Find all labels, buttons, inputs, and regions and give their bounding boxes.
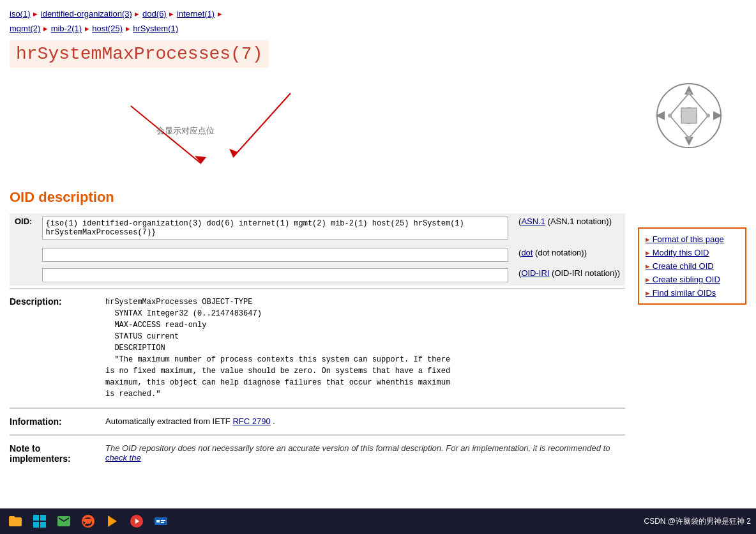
breadcrumb-host[interactable]: host(25) bbox=[92, 24, 123, 33]
action-box: Format of this page Modify this OID Crea… bbox=[638, 227, 746, 305]
note-label-text1: Note to bbox=[10, 443, 40, 454]
annotation-arrows bbox=[10, 80, 405, 195]
note-label: Note to implementers: bbox=[10, 443, 93, 464]
information-suffix: . bbox=[273, 416, 275, 426]
svg-point-13 bbox=[687, 136, 691, 140]
breadcrumb-dod[interactable]: dod(6) bbox=[142, 9, 167, 19]
right-sidebar: Format of this page Modify this OID Crea… bbox=[638, 80, 746, 471]
check-the-link[interactable]: check the bbox=[105, 453, 141, 462]
asn1-label-text: (ASN.1 notation) bbox=[548, 217, 609, 226]
rfc2790-link[interactable]: RFC 2790 bbox=[232, 416, 270, 426]
description-pre: hrSystemMaxProcesses OBJECT-TYPE SYNTAX … bbox=[105, 296, 625, 400]
svg-rect-25 bbox=[156, 520, 160, 523]
breadcrumb-iso[interactable]: iso(1) bbox=[10, 9, 31, 19]
taskbar-vpn-icon[interactable] bbox=[151, 511, 171, 531]
svg-rect-16 bbox=[33, 515, 39, 521]
dot-label-text: (dot notation) bbox=[535, 248, 584, 257]
nav-svg bbox=[638, 80, 740, 151]
svg-rect-18 bbox=[33, 522, 39, 528]
breadcrumb-mgmt[interactable]: mgmt(2) bbox=[10, 24, 40, 33]
sep2: ▸ bbox=[135, 9, 142, 19]
dot-notation-cell: (dot (dot notation)) bbox=[513, 245, 625, 265]
create-child-oid-link[interactable]: Create child OID bbox=[646, 259, 739, 273]
description-section: Description: hrSystemMaxProcesses OBJECT… bbox=[10, 288, 625, 408]
asn1-notation-cell: (ASN.1 (ASN.1 notation)) bbox=[513, 213, 625, 245]
breadcrumb: iso(1) ▸ identified-organization(3) ▸ do… bbox=[10, 6, 746, 36]
oid-iri-label-empty bbox=[10, 265, 37, 286]
sep7: ▸ bbox=[126, 24, 133, 33]
information-text: Automatically extracted from IETF bbox=[105, 416, 232, 426]
iri-label-text: (OID-IRI notation) bbox=[552, 268, 617, 278]
description-label: Description: bbox=[10, 296, 93, 400]
breadcrumb-hrsystem[interactable]: hrSystem(1) bbox=[133, 24, 178, 33]
information-section: Information: Automatically extracted fro… bbox=[10, 408, 625, 434]
taskbar-windows-icon[interactable] bbox=[29, 511, 50, 531]
taskbar-chrome-icon[interactable] bbox=[78, 511, 98, 531]
create-sibling-oid-link[interactable]: Create sibling OID bbox=[646, 273, 739, 286]
oid-dot-label-empty bbox=[10, 245, 37, 265]
svg-marker-1 bbox=[195, 156, 206, 164]
svg-rect-26 bbox=[161, 520, 165, 521]
asn1-notation-link[interactable]: ASN.1 bbox=[521, 217, 545, 226]
annotation-text: 会显示对应点位 bbox=[156, 125, 215, 137]
breadcrumb-identified-org[interactable]: identified-organization(3) bbox=[41, 9, 132, 19]
oid-iri-notation-cell: (OID-IRI (OID-IRI notation)) bbox=[513, 265, 625, 286]
format-page-link[interactable]: Format of this page bbox=[646, 233, 739, 246]
svg-line-2 bbox=[233, 93, 291, 157]
oid-iri-notation-link[interactable]: OID-IRI bbox=[521, 268, 549, 278]
taskbar-play-icon[interactable] bbox=[102, 511, 123, 531]
note-text: The OID repository does not necessarily … bbox=[105, 443, 610, 453]
svg-rect-19 bbox=[40, 522, 46, 528]
breadcrumb-mib2[interactable]: mib-2(1) bbox=[51, 24, 82, 33]
breadcrumb-internet[interactable]: internet(1) bbox=[177, 9, 215, 19]
oid-title: hrSystemMaxProcesses(7) bbox=[10, 40, 269, 68]
oid-iri-input[interactable]: /ISO/Identified-Organization/6/1/2/1/25/… bbox=[42, 268, 508, 282]
oid-dot-cell: 1.3.6.1.2.1.25.1.7 bbox=[37, 245, 513, 265]
information-label: Information: bbox=[10, 416, 93, 427]
oid-description-heading: OID description bbox=[10, 189, 625, 206]
svg-point-14 bbox=[668, 114, 672, 118]
sep4: ▸ bbox=[218, 9, 222, 19]
modify-oid-link[interactable]: Modify this OID bbox=[646, 246, 739, 259]
taskbar-mail-icon[interactable] bbox=[54, 511, 74, 531]
svg-rect-11 bbox=[681, 108, 697, 123]
information-value: Automatically extracted from IETF RFC 27… bbox=[105, 416, 625, 427]
oid-dot-input[interactable]: 1.3.6.1.2.1.25.1.7 bbox=[42, 248, 508, 262]
nav-widget bbox=[638, 80, 740, 151]
description-value: hrSystemMaxProcesses OBJECT-TYPE SYNTAX … bbox=[105, 296, 625, 400]
oid-asn1-cell: {iso(1) identified-organization(3) dod(6… bbox=[37, 213, 513, 245]
oid-label: OID: bbox=[10, 213, 37, 245]
oid-table: OID: {iso(1) identified-organization(3) … bbox=[10, 213, 625, 286]
sep1: ▸ bbox=[33, 9, 40, 19]
svg-point-12 bbox=[687, 91, 691, 95]
sep6: ▸ bbox=[85, 24, 92, 33]
svg-rect-17 bbox=[40, 515, 46, 521]
sep5: ▸ bbox=[43, 24, 50, 33]
note-value: The OID repository does not necessarily … bbox=[105, 443, 625, 464]
note-section: Note to implementers: The OID repository… bbox=[10, 435, 625, 471]
find-similar-oids-link[interactable]: Find similar OIDs bbox=[646, 286, 739, 300]
svg-point-15 bbox=[706, 114, 710, 118]
taskbar-music-icon[interactable] bbox=[126, 511, 147, 531]
taskbar-folder-icon[interactable] bbox=[5, 511, 26, 531]
oid-iri-cell: /ISO/Identified-Organization/6/1/2/1/25/… bbox=[37, 265, 513, 286]
note-label-text2: implementers: bbox=[10, 454, 71, 464]
svg-marker-3 bbox=[229, 149, 238, 157]
taskbar-right-text: CSDN @许脑袋的男神是狂神 2 bbox=[644, 516, 751, 527]
svg-marker-21 bbox=[108, 515, 117, 527]
sep3: ▸ bbox=[169, 9, 176, 19]
taskbar: CSDN @许脑袋的男神是狂神 2 bbox=[0, 508, 756, 534]
dot-notation-link[interactable]: dot bbox=[521, 248, 533, 257]
oid-asn1-input[interactable]: {iso(1) identified-organization(3) dod(6… bbox=[42, 217, 508, 240]
svg-rect-27 bbox=[161, 522, 164, 523]
